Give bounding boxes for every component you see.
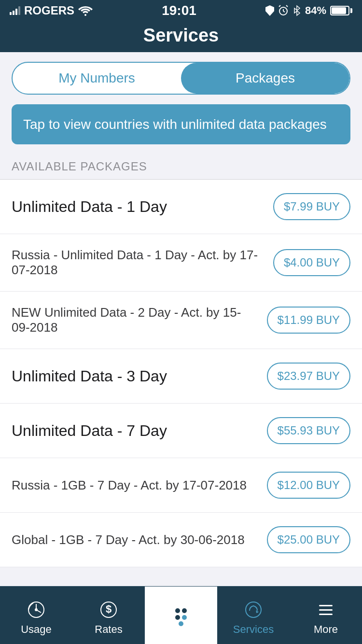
buy-button[interactable]: $12.00 BUY	[267, 472, 350, 499]
svg-point-13	[182, 615, 187, 620]
svg-point-14	[179, 621, 183, 626]
svg-point-12	[175, 615, 180, 620]
tab-services-label: Services	[233, 623, 274, 636]
carrier-label: ROGERS	[24, 4, 74, 17]
status-right: 84%	[265, 4, 352, 17]
svg-text:$: $	[106, 603, 111, 615]
buy-button[interactable]: $11.99 BUY	[267, 307, 350, 334]
tab-more-label: More	[314, 623, 338, 636]
segment-control: My Numbers Packages	[12, 62, 350, 95]
package-name: Russia - Unlimited Data - 1 Day - Act. b…	[12, 248, 273, 278]
package-row: Unlimited Data - 7 Day$55.93 BUY	[0, 404, 362, 458]
section-header: AVAILABLE PACKAGES	[0, 154, 362, 180]
bluetooth-icon	[292, 5, 301, 16]
status-time: 19:01	[162, 3, 196, 18]
nav-bar: Services	[0, 21, 362, 52]
svg-line-4	[279, 5, 280, 7]
section-header-label: AVAILABLE PACKAGES	[12, 160, 147, 173]
alarm-icon	[278, 5, 289, 16]
package-name: Unlimited Data - 1 Day	[12, 198, 273, 216]
svg-line-5	[286, 5, 288, 7]
svg-point-15	[246, 602, 261, 617]
tab-services[interactable]: Services	[217, 587, 290, 644]
segment-my-numbers[interactable]: My Numbers	[13, 63, 181, 94]
buy-button[interactable]: $23.97 BUY	[267, 363, 350, 390]
services-center-icon	[170, 607, 192, 628]
package-name: Unlimited Data - 3 Day	[12, 367, 267, 385]
package-list: Unlimited Data - 1 Day$7.99 BUYRussia - …	[0, 180, 362, 567]
tab-rates-label: Rates	[95, 623, 122, 636]
tab-rates[interactable]: $ Rates	[72, 587, 145, 644]
tab-usage-label: Usage	[21, 623, 52, 636]
svg-point-7	[35, 609, 37, 611]
wifi-icon	[78, 5, 93, 16]
package-row: NEW Unlimited Data - 2 Day - Act. by 15-…	[0, 292, 362, 349]
more-icon	[315, 599, 336, 620]
buy-button[interactable]: $25.00 BUY	[267, 526, 350, 553]
tab-bar: Usage $ Rates	[0, 586, 362, 644]
signal-icon	[10, 6, 20, 15]
tab-more[interactable]: More	[290, 587, 362, 644]
package-row: Russia - Unlimited Data - 1 Day - Act. b…	[0, 234, 362, 292]
svg-line-3	[283, 11, 285, 12]
tab-usage[interactable]: Usage	[0, 587, 72, 644]
package-row: Unlimited Data - 1 Day$7.99 BUY	[0, 180, 362, 234]
package-row: Unlimited Data - 3 Day$23.97 BUY	[0, 349, 362, 404]
svg-point-0	[84, 14, 86, 16]
battery-icon	[330, 6, 352, 15]
battery-percent: 84%	[305, 4, 326, 17]
status-left: ROGERS	[10, 4, 93, 17]
services-icon	[243, 599, 264, 620]
package-row: Global - 1GB - 7 Day - Act. by 30-06-201…	[0, 513, 362, 567]
svg-point-10	[175, 608, 180, 613]
content-area: My Numbers Packages Tap to view countrie…	[0, 52, 362, 625]
segment-packages-label: Packages	[236, 70, 295, 86]
unlimited-banner[interactable]: Tap to view countries with unlimited dat…	[12, 104, 350, 144]
svg-rect-20	[319, 614, 333, 615]
buy-button[interactable]: $55.93 BUY	[267, 417, 350, 444]
page-title: Services	[143, 25, 219, 46]
segment-packages[interactable]: Packages	[181, 63, 349, 94]
package-name: Unlimited Data - 7 Day	[12, 422, 267, 440]
rates-icon: $	[98, 599, 119, 620]
package-name: Global - 1GB - 7 Day - Act. by 30-06-201…	[12, 532, 267, 547]
package-row: Russia - 1GB - 7 Day - Act. by 17-07-201…	[0, 458, 362, 513]
segment-wrapper: My Numbers Packages	[0, 52, 362, 102]
status-bar: ROGERS 19:01 84%	[0, 0, 362, 21]
usage-icon	[26, 599, 47, 620]
package-name: NEW Unlimited Data - 2 Day - Act. by 15-…	[12, 305, 267, 335]
svg-point-11	[182, 608, 187, 613]
tab-services-center[interactable]	[145, 587, 217, 644]
svg-rect-18	[319, 605, 333, 606]
buy-button[interactable]: $7.99 BUY	[273, 193, 350, 220]
svg-rect-19	[319, 609, 333, 611]
segment-my-numbers-label: My Numbers	[58, 70, 135, 86]
buy-button[interactable]: $4.00 BUY	[273, 249, 350, 276]
banner-text: Tap to view countries with unlimited dat…	[23, 115, 327, 134]
location-icon	[265, 5, 274, 16]
package-name: Russia - 1GB - 7 Day - Act. by 17-07-201…	[12, 478, 267, 493]
